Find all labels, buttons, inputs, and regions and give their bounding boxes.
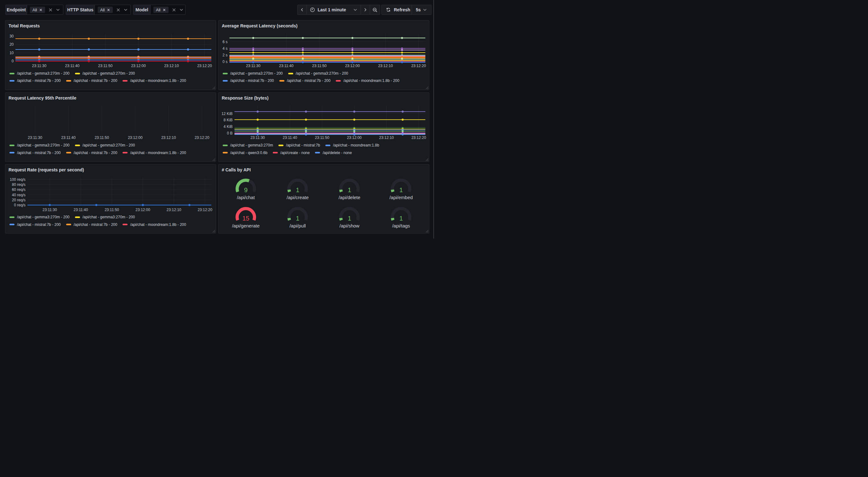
svg-text:20 req/s: 20 req/s: [12, 198, 26, 202]
svg-text:10: 10: [9, 51, 14, 55]
svg-text:0 req/s: 0 req/s: [14, 203, 26, 207]
svg-text:23:11:30: 23:11:30: [250, 136, 265, 140]
svg-text:1: 1: [399, 186, 403, 193]
svg-text:23:11:30: 23:11:30: [28, 136, 42, 140]
svg-text:23:12:10: 23:12:10: [378, 64, 393, 68]
svg-text:23:12:10: 23:12:10: [164, 64, 179, 68]
svg-text:23:11:30: 23:11:30: [246, 64, 260, 68]
svg-text:20: 20: [9, 42, 14, 47]
svg-text:15: 15: [242, 215, 249, 222]
svg-text:23:12:00: 23:12:00: [128, 136, 143, 140]
svg-text:0 s: 0 s: [222, 60, 227, 64]
svg-text:23:11:30: 23:11:30: [42, 208, 57, 212]
svg-text:23:12:00: 23:12:00: [135, 208, 150, 212]
svg-text:23:12:20: 23:12:20: [195, 136, 210, 140]
svg-text:23:12:00: 23:12:00: [131, 64, 146, 68]
svg-text:23:12:20: 23:12:20: [197, 208, 212, 212]
svg-text:23:12:00: 23:12:00: [345, 64, 360, 68]
svg-text:23:12:10: 23:12:10: [161, 136, 176, 140]
svg-text:23:12:00: 23:12:00: [347, 136, 362, 140]
svg-text:23:11:40: 23:11:40: [65, 64, 80, 68]
svg-text:9: 9: [244, 186, 248, 193]
svg-text:23:11:50: 23:11:50: [104, 208, 119, 212]
svg-text:23:11:40: 23:11:40: [279, 64, 293, 68]
svg-text:2 s: 2 s: [222, 53, 227, 57]
svg-text:/api/create: /api/create: [287, 195, 309, 200]
svg-text:23:11:40: 23:11:40: [74, 208, 88, 212]
svg-text:4 s: 4 s: [222, 46, 227, 51]
svg-text:1: 1: [348, 186, 351, 193]
svg-text:23:12:10: 23:12:10: [379, 136, 394, 140]
svg-text:23:11:40: 23:11:40: [61, 136, 75, 140]
svg-text:23:12:20: 23:12:20: [197, 64, 212, 68]
svg-text:/api/tags: /api/tags: [392, 223, 410, 229]
svg-text:80 req/s: 80 req/s: [12, 182, 26, 187]
svg-text:23:12:20: 23:12:20: [411, 136, 426, 140]
svg-text:1: 1: [399, 215, 403, 222]
svg-text:0 B: 0 B: [227, 131, 232, 136]
svg-text:30: 30: [9, 34, 14, 38]
svg-text:4 KiB: 4 KiB: [224, 124, 233, 129]
svg-text:1: 1: [296, 186, 299, 193]
svg-text:23:12:20: 23:12:20: [411, 64, 426, 68]
svg-text:23:11:50: 23:11:50: [312, 64, 327, 68]
svg-text:/api/show: /api/show: [340, 223, 360, 229]
svg-text:1: 1: [348, 215, 351, 222]
svg-text:23:11:50: 23:11:50: [315, 136, 330, 140]
svg-text:23:11:30: 23:11:30: [32, 64, 46, 68]
svg-text:40 req/s: 40 req/s: [12, 192, 26, 197]
svg-text:/api/delete: /api/delete: [339, 195, 360, 200]
svg-text:100 req/s: 100 req/s: [10, 177, 26, 181]
svg-text:/api/generate: /api/generate: [232, 223, 260, 229]
svg-text:/api/pull: /api/pull: [289, 223, 306, 229]
svg-text:/api/embed: /api/embed: [389, 195, 412, 200]
svg-text:23:11:50: 23:11:50: [98, 64, 113, 68]
svg-text:6 s: 6 s: [222, 40, 227, 44]
svg-text:23:11:50: 23:11:50: [94, 136, 109, 140]
svg-text:23:11:40: 23:11:40: [282, 136, 297, 140]
svg-text:0: 0: [12, 59, 14, 63]
svg-text:8 KiB: 8 KiB: [224, 118, 233, 122]
svg-text:/api/chat: /api/chat: [237, 195, 255, 200]
svg-text:12 KiB: 12 KiB: [221, 111, 232, 116]
svg-text:23:12:10: 23:12:10: [166, 208, 181, 212]
svg-text:1: 1: [296, 215, 299, 222]
svg-text:60 req/s: 60 req/s: [12, 187, 26, 192]
